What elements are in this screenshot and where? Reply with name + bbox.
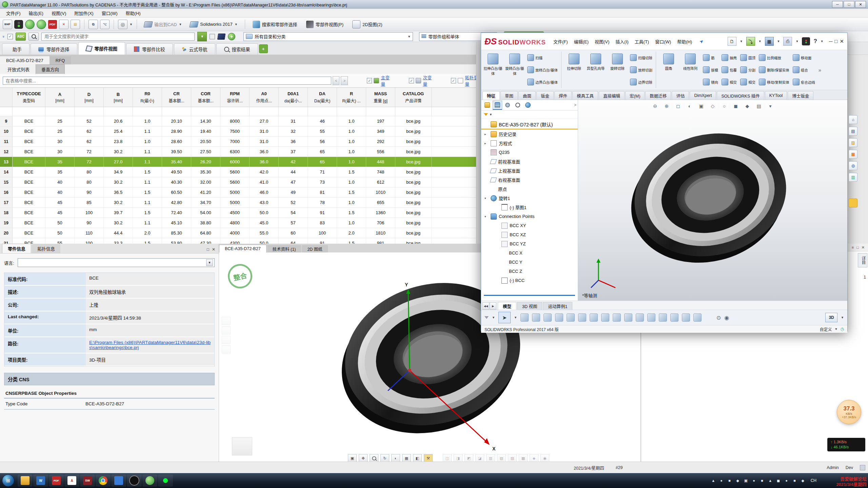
preview-tab[interactable]: 技术资料 (1) (267, 245, 301, 252)
hierarchy-icon[interactable]: ⌥ (100, 20, 110, 29)
panel-close-icon[interactable]: ✕ (862, 245, 865, 250)
projection-2d-button[interactable]: 2D投图(2) (349, 19, 386, 30)
open-icon[interactable]: ⤵ (746, 37, 755, 46)
column-header[interactable]: D0A1da(最小... (279, 88, 308, 107)
sketch-tool-icon[interactable] (555, 313, 563, 322)
fulltext-search-input[interactable] (41, 33, 195, 41)
hud-icon[interactable]: ◼ (731, 102, 740, 110)
report-icon[interactable]: ✕ (59, 20, 68, 29)
sketch-tool-icon[interactable] (601, 313, 609, 322)
table-search-input[interactable] (3, 77, 331, 85)
taskbar-item[interactable] (96, 474, 111, 487)
ribbon-tool[interactable]: 拔模 (702, 64, 719, 76)
sketch-tool-icon[interactable] (613, 313, 621, 322)
menu-item[interactable]: 文件(F) (3, 9, 24, 17)
zoom-icon[interactable] (370, 454, 378, 462)
ribbon-tool[interactable] (561, 52, 561, 88)
sketch-tool-icon[interactable] (682, 313, 690, 322)
pdf-export-icon[interactable]: PDF (48, 20, 57, 29)
add-search-icon[interactable]: + (228, 33, 235, 40)
sw-tab[interactable]: 特征 (482, 91, 500, 100)
column-header[interactable]: DADa(最大) (308, 88, 337, 107)
sketch-tool-icon[interactable] (567, 313, 575, 322)
extra-tool-icon[interactable]: ▥ (486, 454, 495, 462)
fit-view-icon[interactable]: ▣ (348, 454, 357, 462)
column-header[interactable]: RPM容许转... (220, 88, 250, 107)
expander-icon[interactable]: ▾ (485, 197, 489, 200)
panel-menu-icon[interactable]: ≡ (852, 245, 854, 249)
filter-caret[interactable]: ▼ (489, 113, 492, 116)
menu-item[interactable]: 帮助(H) (122, 9, 144, 17)
view-tab[interactable]: 垂直方向 (36, 64, 65, 74)
extra-tool-icon[interactable]: ◨ (454, 454, 462, 462)
tray-icon[interactable]: ● (718, 477, 725, 484)
column-header[interactable]: B[mm] (104, 88, 133, 107)
configurations-tab-icon[interactable] (513, 101, 522, 109)
main-tab[interactable]: 搜索结果 (216, 43, 258, 55)
preview-tab[interactable]: BCE-A35-D72-B27 (219, 245, 267, 252)
column-header[interactable]: R0R(最小) (133, 88, 162, 107)
appearance-tab-icon[interactable] (523, 101, 533, 109)
part-tab-icon[interactable] (482, 101, 492, 109)
minimize-button[interactable]: ─ (832, 1, 843, 8)
main-tab[interactable]: 零部件选择 (31, 43, 77, 55)
property-manager-tab-icon[interactable] (503, 101, 512, 109)
sw-tab[interactable]: 宏(M) (625, 91, 645, 100)
tray-icon[interactable]: ◆ (800, 477, 806, 484)
feature-tree-tab-icon[interactable] (493, 101, 502, 110)
sw-bottom-tab[interactable]: 3D 视图 (517, 302, 542, 310)
selection-filter-icon[interactable] (485, 316, 489, 319)
sw-menu-item[interactable]: 帮助(H) (674, 37, 695, 46)
collapse-chevrons-icon[interactable]: » (2, 35, 6, 37)
sw-tab[interactable]: 评估 (672, 91, 689, 100)
ribbon-tool[interactable]: 抽壳 (720, 52, 738, 64)
ribbon-tool[interactable]: 相交 (739, 76, 757, 88)
taskbar-item[interactable] (18, 474, 33, 487)
ribbon-tool[interactable]: 放样切割 (629, 64, 654, 76)
pan-icon[interactable]: ✥ (359, 454, 368, 462)
sw-tab[interactable]: 数据迁移 (645, 91, 671, 100)
home-icon[interactable]: ⌂ (849, 115, 857, 124)
feature-tree-item[interactable]: 右视基准面 (481, 175, 578, 184)
panel-maximize-icon[interactable]: □ (856, 245, 859, 249)
next-match-button[interactable]: > (341, 76, 348, 85)
pane-expand-icon[interactable]: > (574, 103, 576, 107)
feature-tree-item[interactable]: BCC YZ (481, 239, 578, 248)
table-row[interactable]: 16 BCE40 9036.5 1.560.50 41.205000 46.04… (0, 187, 481, 198)
sketch-tool-icon[interactable] (693, 313, 702, 322)
extra-tool-icon[interactable]: ◉ (540, 454, 549, 462)
taskbar-item[interactable] (127, 474, 142, 487)
sw-menu-item[interactable]: 工具(T) (632, 37, 652, 46)
column-header[interactable]: A0作用点... (250, 88, 279, 107)
extra-tool-icon[interactable]: ◈ (530, 454, 538, 462)
ribbon-tool[interactable]: 相交 (720, 76, 738, 88)
main-tab[interactable]: 助手 (2, 43, 29, 55)
sketch-tool-icon[interactable] (520, 313, 529, 322)
file-explorer-icon[interactable]: ▨ (849, 138, 857, 147)
expander-icon[interactable]: ▸ (485, 142, 489, 145)
tray-icon[interactable]: ◼ (775, 477, 782, 484)
catalog-filter-select[interactable]: 所有目录和分类▼ (243, 32, 413, 41)
expander-icon[interactable]: ▾ (485, 215, 489, 218)
globe-icon[interactable] (37, 20, 46, 29)
cad-target-select[interactable]: Solidworks 2017▼ (187, 20, 240, 29)
bearing-preview-icon[interactable]: ◎ (118, 20, 127, 29)
option-checkbox[interactable] (210, 34, 215, 39)
hud-icon[interactable]: ▣ (697, 102, 706, 110)
ribbon-tool[interactable]: 扫描 (526, 52, 559, 64)
close-button[interactable]: ✕ (855, 1, 866, 8)
tab-scroll-left-icon[interactable]: ◀◀ (482, 302, 489, 310)
column-header[interactable]: CR基本额... (162, 88, 191, 107)
ribbon-tool[interactable]: 旋转凸台/基体 (504, 52, 525, 88)
tray-icon[interactable]: ■ (792, 477, 798, 484)
feature-tree-item[interactable]: ▸ 历史记录 (481, 129, 578, 139)
feature-tree-item[interactable]: BCC Z (481, 267, 578, 276)
extra-tool-icon[interactable]: ▧ (497, 454, 506, 462)
column-header[interactable]: TYPECODE类型码 (13, 88, 45, 107)
ribbon-tool[interactable]: 拉伸凸台/基体 (482, 52, 504, 88)
sw-tab[interactable]: 草图 (500, 91, 518, 100)
column-header[interactable]: A[mm] (45, 88, 75, 107)
feature-tree-item[interactable]: BCE-A35-D72-B27 (默认) (481, 120, 578, 129)
ribbon-tool[interactable]: 线性阵列 (680, 52, 701, 88)
filter-checkbox[interactable]: ✓ (451, 78, 456, 83)
